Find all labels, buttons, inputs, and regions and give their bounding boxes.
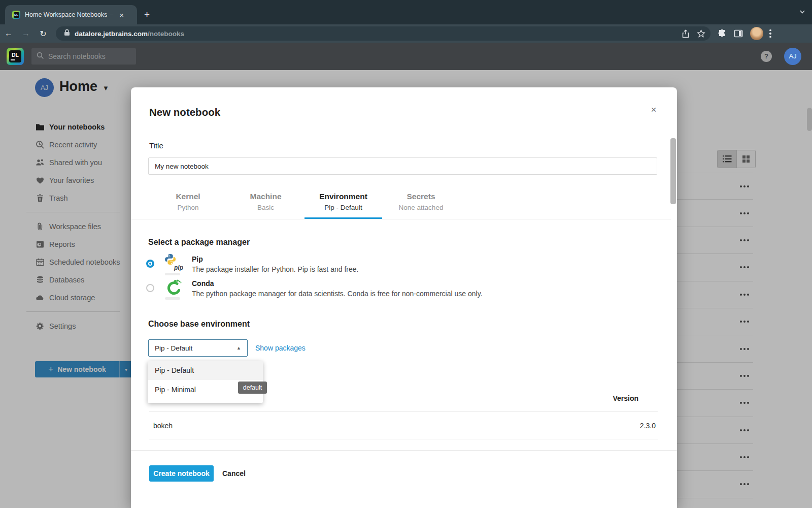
package-manager-heading: Select a package manager bbox=[148, 238, 250, 247]
back-icon[interactable]: ← bbox=[0, 29, 17, 38]
new-notebook-modal: New notebook × Title My new notebook Ker… bbox=[131, 87, 677, 508]
package-row: bokeh2.3.0 bbox=[149, 412, 658, 439]
pip-logo: pip bbox=[163, 253, 183, 275]
title-field-label: Title bbox=[149, 141, 163, 150]
title-input[interactable]: My new notebook bbox=[148, 157, 657, 175]
bookmark-star-icon[interactable] bbox=[697, 29, 705, 38]
browser-menu-kebab-icon[interactable] bbox=[769, 29, 771, 38]
select-value: Pip - Default bbox=[155, 344, 192, 352]
cancel-button[interactable]: Cancel bbox=[222, 465, 246, 482]
address-bar[interactable]: datalore.jetbrains.com/notebooks bbox=[56, 26, 710, 41]
user-avatar[interactable]: AJ bbox=[784, 48, 801, 65]
lock-icon bbox=[64, 29, 70, 38]
modal-scrollbar[interactable] bbox=[670, 138, 676, 204]
extensions-puzzle-icon[interactable] bbox=[718, 29, 727, 38]
packages-version-header: Version bbox=[613, 394, 638, 402]
app-bar: DL Search notebooks ? AJ bbox=[0, 43, 812, 70]
tab-sublabel: Python bbox=[149, 204, 227, 211]
option-name: Pip bbox=[192, 255, 358, 263]
search-placeholder: Search notebooks bbox=[48, 52, 106, 60]
default-badge: default bbox=[238, 382, 267, 394]
tab-environment[interactable]: EnvironmentPip - Default bbox=[304, 187, 382, 219]
url-path: /notebooks bbox=[148, 30, 184, 38]
datalore-logo[interactable]: DL bbox=[7, 48, 24, 65]
datalore-favicon: DL bbox=[12, 11, 20, 19]
browser-profile-avatar[interactable] bbox=[750, 27, 763, 40]
search-input[interactable]: Search notebooks bbox=[31, 48, 136, 65]
option-description: The package installer for Python. Pip is… bbox=[192, 265, 358, 273]
menu-item-pip---default[interactable]: Pip - Default bbox=[148, 361, 263, 380]
tab-sublabel: Pip - Default bbox=[304, 204, 382, 211]
tab-sublabel: Basic bbox=[227, 204, 304, 211]
option-description: The python package manager for data scie… bbox=[192, 290, 482, 298]
url-host: datalore.jetbrains.com bbox=[75, 30, 148, 38]
reload-icon[interactable]: ↻ bbox=[35, 29, 52, 39]
tab-kernel[interactable]: KernelPython bbox=[149, 187, 227, 219]
modal-title: New notebook bbox=[149, 106, 220, 118]
package-manager-options: pipPipThe package installer for Python. … bbox=[146, 253, 654, 302]
select-caret-icon: ▲ bbox=[236, 345, 241, 351]
tab-title-suffix: – bbox=[110, 11, 113, 18]
forward-icon[interactable]: → bbox=[17, 29, 35, 38]
svg-text:pip: pip bbox=[174, 264, 183, 271]
radio-unselected[interactable] bbox=[146, 284, 154, 292]
browser-tab-strip: DL Home Workspace Notebooks – × + bbox=[0, 0, 812, 24]
title-input-value: My new notebook bbox=[155, 163, 209, 170]
base-environment-heading: Choose base environment bbox=[148, 320, 250, 329]
tab-search-chevron-icon[interactable] bbox=[799, 8, 806, 17]
tab-close-icon[interactable]: × bbox=[119, 11, 124, 19]
package-name: bokeh bbox=[153, 422, 640, 430]
tab-label: Secrets bbox=[382, 192, 460, 201]
browser-tab[interactable]: DL Home Workspace Notebooks – × bbox=[5, 5, 137, 24]
packages-table: bokeh2.3.0 bbox=[149, 412, 658, 439]
package-manager-option-pip[interactable]: pipPipThe package installer for Python. … bbox=[146, 253, 654, 277]
show-packages-link[interactable]: Show packages bbox=[255, 339, 306, 357]
package-manager-option-conda[interactable]: CondaThe python package manager for data… bbox=[146, 277, 654, 302]
tab-machine[interactable]: MachineBasic bbox=[227, 187, 304, 219]
search-icon bbox=[37, 52, 44, 61]
tab-label: Kernel bbox=[149, 192, 227, 201]
tab-sublabel: None attached bbox=[382, 204, 460, 211]
tab-label: Machine bbox=[227, 192, 304, 201]
create-notebook-button[interactable]: Create notebook bbox=[149, 465, 214, 482]
conda-logo bbox=[163, 277, 183, 300]
option-name: Conda bbox=[192, 279, 482, 288]
tab-secrets[interactable]: SecretsNone attached bbox=[382, 187, 460, 219]
share-icon[interactable] bbox=[682, 29, 690, 38]
radio-selected[interactable] bbox=[146, 260, 154, 268]
tab-title: Home Workspace Notebooks bbox=[25, 11, 107, 18]
page-scrollbar[interactable] bbox=[807, 108, 812, 131]
base-environment-select[interactable]: Pip - Default ▲ bbox=[148, 339, 248, 357]
help-icon[interactable]: ? bbox=[761, 51, 772, 62]
tab-label: Environment bbox=[304, 192, 382, 201]
modal-tabs: KernelPythonMachineBasicEnvironmentPip -… bbox=[149, 187, 460, 219]
package-version: 2.3.0 bbox=[640, 422, 656, 430]
modal-close-icon[interactable]: × bbox=[648, 104, 660, 116]
browser-toolbar: ← → ↻ datalore.jetbrains.com/notebooks bbox=[0, 24, 812, 43]
side-panel-icon[interactable] bbox=[734, 29, 743, 38]
new-tab-icon[interactable]: + bbox=[144, 9, 150, 20]
